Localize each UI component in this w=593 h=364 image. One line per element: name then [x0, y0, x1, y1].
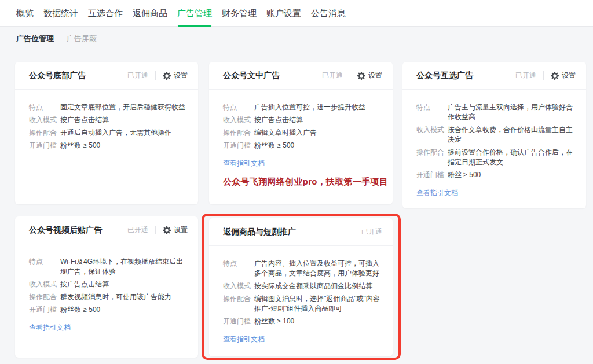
row-label: 特点	[223, 259, 254, 278]
card-bottom-ad: 公众号底部广告 已开通 设置 特点固定文章底部位置，开启后稳健获得收益 收入模式…	[15, 62, 198, 204]
operation-row: 操作配合提前设置合作价格，确认广告合作后，在指定日期正式发文	[416, 148, 577, 167]
row-label: 开通门槛	[29, 141, 60, 150]
income-mode-row: 收入模式按合作文章收费，合作价格由流量主自主决定	[416, 125, 577, 145]
gear-icon	[163, 72, 171, 80]
card-body: 特点Wi-Fi及4G环境下，在视频播放结束后出现广告，保证体验 收入模式按广告点…	[15, 244, 198, 333]
top-navigation: 概览 数据统计 互选合作 返佣商品 广告管理 财务管理 账户设置 公告消息	[0, 0, 593, 27]
nav-tab-ad-management[interactable]: 广告管理	[177, 0, 212, 26]
guide-doc-link[interactable]: 查看指引文档	[223, 334, 265, 344]
nav-tab-announcements[interactable]: 公告消息	[311, 0, 346, 26]
income-mode-row: 收入模式按广告点击结算	[29, 115, 189, 125]
operation-row: 操作配合编辑图文消息时，选择"返佣商品"或"内容推广-短剧"组件插入商品即可	[223, 294, 383, 314]
row-label: 开通门槛	[416, 170, 448, 180]
nav-tab-rebate-products[interactable]: 返佣商品	[133, 0, 167, 26]
income-mode-row: 收入模式按实际成交金额乘以商品佣金比例结算	[223, 281, 383, 291]
row-label: 收入模式	[223, 115, 254, 125]
row-value: 按广告点击结算	[254, 115, 383, 125]
threshold-row: 开通门槛粉丝数 ≥ 500	[29, 305, 189, 315]
settings-label: 设置	[368, 71, 382, 80]
feature-row: 特点固定文章底部位置，开启后稳健获得收益	[29, 102, 189, 112]
row-value: 广告内容、插入位置及收益可控，可插入多个商品，文章结合度高，用户体验更好	[254, 259, 383, 278]
row-value: 广告主与流量主双向选择，用户体验好合作收益高	[448, 102, 577, 122]
settings-button[interactable]: 设置	[551, 71, 576, 80]
row-value: 粉丝数 ≥ 500	[60, 305, 189, 315]
row-value: 广告插入位置可控，进一步提升收益	[254, 102, 383, 112]
row-label: 操作配合	[223, 128, 254, 138]
status-badge: 已开通	[127, 225, 148, 235]
promo-watermark-text: 公众号飞翔网络创业pro，扶取第一手项目	[223, 177, 383, 187]
nav-tab-account-settings[interactable]: 账户设置	[266, 0, 301, 26]
row-value: 按合作文章收费，合作价格由流量主自主决定	[448, 125, 577, 145]
row-value: 粉丝数 ≥ 500	[60, 141, 189, 150]
card-in-article-ad: 公众号文中广告 已开通 设置 特点广告插入位置可控，进一步提升收益 收入模式按广…	[209, 62, 393, 204]
row-value: 编辑图文消息时，选择"返佣商品"或"内容推广-短剧"组件插入商品即可	[254, 294, 383, 314]
guide-doc-link[interactable]: 查看指引文档	[416, 188, 458, 198]
row-value: 提前设置合作价格，确认广告合作后，在指定日期正式发文	[448, 148, 577, 167]
status-badge: 已开通	[127, 71, 148, 80]
row-label: 收入模式	[416, 125, 448, 145]
card-header: 返佣商品与短剧推广 已开通	[209, 218, 393, 246]
nav-tab-overview[interactable]: 概览	[16, 0, 34, 26]
row-label: 收入模式	[29, 280, 60, 289]
settings-button[interactable]: 设置	[163, 225, 188, 235]
sub-navigation: 广告位管理 广告屏蔽	[16, 34, 97, 44]
row-label: 收入模式	[223, 281, 254, 291]
header-divider	[543, 71, 544, 80]
operation-row: 操作配合开通后自动插入广告，无需其他操作	[29, 128, 189, 138]
row-label: 操作配合	[29, 292, 60, 302]
gear-icon	[163, 226, 171, 234]
card-mutual-selection-ad: 公众号互选广告 已开通 设置 特点广告主与流量主双向选择，用户体验好合作收益高 …	[402, 62, 586, 208]
subnav-ad-slot-management[interactable]: 广告位管理	[16, 34, 54, 44]
status-badge: 已开通	[322, 71, 343, 80]
threshold-row: 开通门槛粉丝数 ≥ 500	[223, 141, 383, 150]
row-label: 特点	[29, 102, 60, 112]
gear-icon	[357, 72, 365, 80]
card-title: 公众号互选广告	[416, 71, 515, 81]
row-label: 操作配合	[223, 294, 254, 314]
header-divider	[350, 71, 350, 80]
row-label: 特点	[416, 102, 448, 122]
row-value: 开通后自动插入广告，无需其他操作	[60, 128, 189, 138]
feature-row: 特点Wi-Fi及4G环境下，在视频播放结束后出现广告，保证体验	[29, 257, 189, 277]
card-title: 公众号底部广告	[29, 71, 127, 81]
row-label: 特点	[29, 257, 60, 277]
card-header: 公众号互选广告 已开通 设置	[402, 62, 586, 90]
row-label: 特点	[223, 102, 254, 112]
settings-label: 设置	[174, 71, 188, 80]
card-body: 特点广告插入位置可控，进一步提升收益 收入模式按广告点击结算 操作配合编辑文章时…	[209, 90, 393, 187]
row-value: 按实际成交金额乘以商品佣金比例结算	[254, 281, 383, 291]
guide-doc-link[interactable]: 查看指引文档	[223, 159, 265, 168]
row-label: 收入模式	[29, 115, 60, 125]
row-value: 粉丝 ≥ 500	[448, 170, 577, 180]
card-header: 公众号底部广告 已开通 设置	[15, 62, 198, 90]
feature-row: 特点广告插入位置可控，进一步提升收益	[223, 102, 383, 112]
income-mode-row: 收入模式按广告点击结算	[29, 280, 189, 289]
row-label: 开通门槛	[29, 305, 60, 315]
feature-row: 特点广告内容、插入位置及收益可控，可插入多个商品，文章结合度高，用户体验更好	[223, 259, 383, 278]
settings-button[interactable]: 设置	[163, 71, 188, 80]
row-value: 固定文章底部位置，开启后稳健获得收益	[60, 102, 189, 112]
card-body: 特点广告内容、插入位置及收益可控，可插入多个商品，文章结合度高，用户体验更好 收…	[209, 246, 393, 344]
subnav-ad-blocking[interactable]: 广告屏蔽	[67, 34, 97, 44]
nav-tab-mutual-selection[interactable]: 互选合作	[88, 0, 123, 26]
row-value: 粉丝数 ≥ 500	[254, 141, 383, 150]
header-divider	[155, 71, 156, 80]
nav-tab-data-statistics[interactable]: 数据统计	[43, 0, 78, 26]
card-body: 特点固定文章底部位置，开启后稳健获得收益 收入模式按广告点击结算 操作配合开通后…	[15, 90, 198, 150]
row-value: 粉丝数 ≥ 100	[254, 317, 383, 326]
row-value: 按广告点击结算	[60, 115, 189, 125]
status-badge: 已开通	[361, 227, 382, 237]
row-label: 操作配合	[29, 128, 60, 138]
card-title: 返佣商品与短剧推广	[223, 227, 361, 237]
settings-button[interactable]: 设置	[357, 71, 382, 80]
card-body: 特点广告主与流量主双向选择，用户体验好合作收益高 收入模式按合作文章收费，合作价…	[402, 90, 586, 198]
feature-row: 特点广告主与流量主双向选择，用户体验好合作收益高	[416, 102, 577, 122]
row-value: Wi-Fi及4G环境下，在视频播放结束后出现广告，保证体验	[60, 257, 189, 277]
operation-row: 操作配合群发视频消息时，可使用该广告能力	[29, 292, 189, 302]
guide-doc-link[interactable]: 查看指引文档	[29, 323, 71, 333]
settings-label: 设置	[174, 225, 188, 235]
nav-tab-finance[interactable]: 财务管理	[222, 0, 257, 26]
row-label: 开通门槛	[223, 141, 254, 150]
threshold-row: 开通门槛粉丝 ≥ 500	[416, 170, 577, 180]
row-label: 开通门槛	[223, 317, 254, 326]
